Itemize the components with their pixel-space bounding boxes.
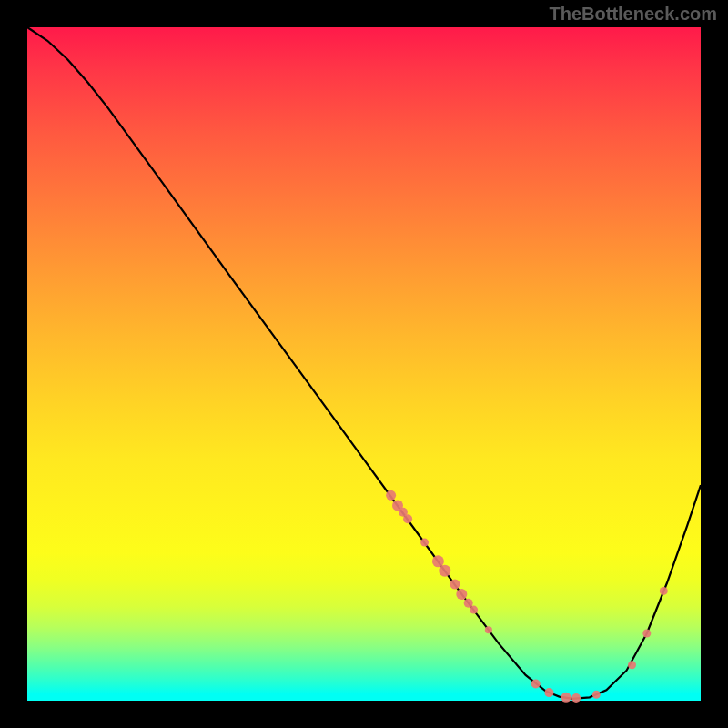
data-point [439, 565, 450, 577]
data-point [642, 630, 651, 638]
data-point [545, 688, 554, 697]
data-point [403, 514, 412, 523]
watermark-text: TheBottleneck.com [550, 4, 717, 25]
data-point [420, 539, 429, 547]
data-point [470, 606, 478, 614]
data-point [561, 693, 571, 703]
data-point [485, 626, 492, 633]
data-point [432, 555, 444, 567]
data-point [456, 589, 467, 600]
data-point [660, 587, 668, 595]
data-point [571, 693, 581, 703]
data-point [450, 580, 460, 590]
data-point [464, 599, 473, 608]
chart-plot-area [27, 27, 701, 701]
data-point [628, 661, 636, 669]
data-point [386, 490, 396, 500]
chart-svg [27, 27, 701, 701]
data-point [592, 691, 601, 699]
data-point [531, 680, 541, 689]
curve-line [27, 27, 701, 699]
